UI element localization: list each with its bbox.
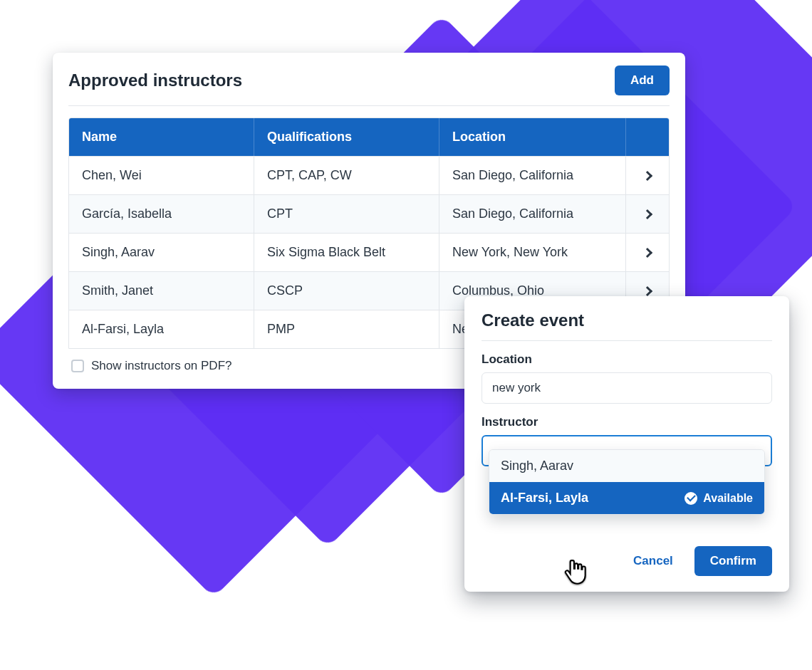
table-row[interactable]: García, Isabella CPT San Diego, Californ…	[69, 194, 669, 233]
panel-header: Approved instructors Add	[68, 66, 670, 106]
cell-qualifications: PMP	[254, 310, 439, 348]
column-header-actions	[626, 118, 669, 156]
cell-name: Al-Farsi, Layla	[69, 310, 254, 348]
cell-location: San Diego, California	[439, 157, 626, 194]
table-header-row: Name Qualifications Location	[69, 118, 669, 156]
cell-name: García, Isabella	[69, 195, 254, 233]
cell-qualifications: CPT, CAP, CW	[254, 157, 439, 194]
pdf-checkbox-label[interactable]: Show instructors on PDF?	[91, 359, 231, 373]
cell-location: San Diego, California	[439, 195, 626, 233]
availability-badge: Available	[685, 492, 753, 505]
modal-actions: Cancel Confirm	[482, 546, 772, 576]
column-header-location[interactable]: Location	[439, 118, 626, 156]
cell-location: New York, New York	[439, 234, 626, 271]
pointer-cursor-icon	[563, 558, 588, 588]
confirm-button[interactable]: Confirm	[694, 546, 772, 576]
cancel-button[interactable]: Cancel	[630, 547, 676, 575]
row-expand-button[interactable]	[626, 195, 669, 233]
dropdown-option-label: Singh, Aarav	[501, 459, 573, 473]
check-circle-icon	[685, 492, 697, 505]
add-button[interactable]: Add	[615, 66, 670, 95]
cell-qualifications: CPT	[254, 195, 439, 233]
chevron-right-icon	[642, 209, 652, 219]
dropdown-option-label: Al-Farsi, Layla	[501, 491, 588, 506]
table-row[interactable]: Singh, Aarav Six Sigma Black Belt New Yo…	[69, 233, 669, 271]
pdf-checkbox[interactable]	[71, 360, 84, 372]
chevron-right-icon	[642, 247, 652, 257]
instructor-field: Instructor Singh, Aarav Al-Farsi, Layla …	[482, 415, 772, 466]
panel-title: Approved instructors	[68, 70, 242, 90]
cell-qualifications: CSCP	[254, 272, 439, 310]
column-header-qualifications[interactable]: Qualifications	[254, 118, 439, 156]
create-event-modal: Create event Location Instructor Singh, …	[464, 296, 789, 592]
row-expand-button[interactable]	[626, 157, 669, 194]
modal-title: Create event	[482, 310, 772, 341]
instructor-label: Instructor	[482, 415, 772, 429]
dropdown-option-selected[interactable]: Al-Farsi, Layla Available	[489, 482, 764, 514]
column-header-name[interactable]: Name	[69, 118, 254, 156]
instructor-dropdown: Singh, Aarav Al-Farsi, Layla Available	[489, 449, 765, 515]
chevron-right-icon	[642, 286, 652, 295]
cell-qualifications: Six Sigma Black Belt	[254, 234, 439, 271]
table-row[interactable]: Chen, Wei CPT, CAP, CW San Diego, Califo…	[69, 156, 669, 194]
cell-name: Smith, Janet	[69, 272, 254, 310]
chevron-right-icon	[642, 170, 652, 180]
location-input[interactable]	[482, 372, 772, 404]
location-field: Location	[482, 352, 772, 404]
availability-text: Available	[703, 492, 753, 505]
row-expand-button[interactable]	[626, 234, 669, 271]
cell-name: Chen, Wei	[69, 157, 254, 194]
cell-name: Singh, Aarav	[69, 234, 254, 271]
location-label: Location	[482, 352, 772, 367]
dropdown-option[interactable]: Singh, Aarav	[489, 450, 764, 482]
